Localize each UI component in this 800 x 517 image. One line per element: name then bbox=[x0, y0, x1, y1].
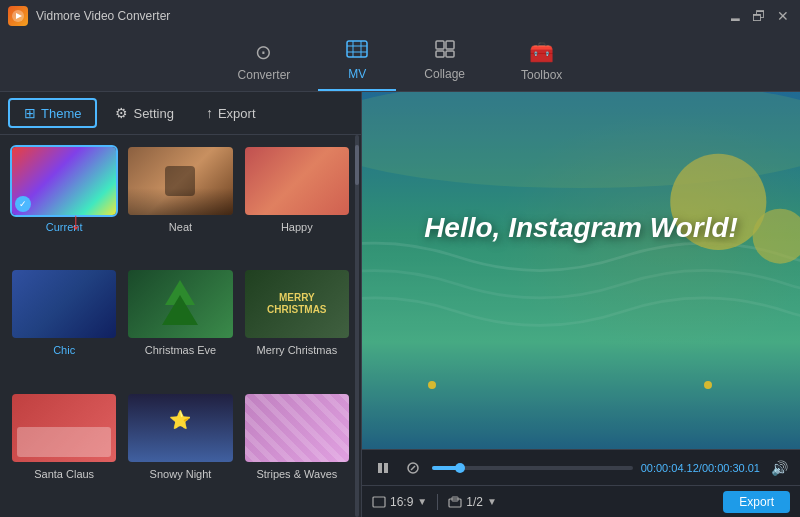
sub-tab-theme-label: Theme bbox=[41, 106, 81, 121]
svg-rect-10 bbox=[446, 51, 454, 57]
mv-icon bbox=[346, 40, 368, 63]
theme-thumb-snowy-night[interactable]: ⭐ bbox=[126, 392, 234, 464]
theme-name-santa-claus: Santa Claus bbox=[34, 468, 94, 480]
scroll-thumb[interactable] bbox=[355, 145, 359, 185]
svg-rect-15 bbox=[378, 463, 382, 473]
sub-tab-setting[interactable]: ⚙ Setting bbox=[101, 100, 187, 126]
sub-tabs: ⊞ Theme ⚙ Setting ↑ Export bbox=[0, 92, 361, 135]
player-bottom-bar: 16:9 ▼ 1/2 ▼ Export bbox=[362, 485, 800, 517]
theme-thumb-neat[interactable] bbox=[126, 145, 234, 217]
aspect-ratio-value: 16:9 bbox=[390, 495, 413, 509]
export-arrow-icon: ↑ bbox=[206, 105, 213, 121]
theme-thumb-chic[interactable] bbox=[10, 268, 118, 340]
theme-item-happy[interactable]: Happy bbox=[243, 145, 351, 260]
theme-item-merry-christmas[interactable]: MERRYCHRISTMAS Merry Christmas bbox=[243, 268, 351, 383]
tab-mv[interactable]: MV bbox=[318, 32, 396, 91]
aspect-ratio-selector[interactable]: 16:9 ▼ bbox=[372, 495, 427, 509]
sub-tab-export-label: Export bbox=[218, 106, 256, 121]
svg-rect-9 bbox=[436, 51, 444, 57]
theme-name-chic: Chic bbox=[53, 344, 75, 356]
aspect-ratio-arrow[interactable]: ▼ bbox=[417, 496, 427, 507]
quality-arrow[interactable]: ▼ bbox=[487, 496, 497, 507]
tab-toolbox-label: Toolbox bbox=[521, 68, 562, 82]
svg-rect-7 bbox=[436, 41, 444, 49]
main-area: ⊞ Theme ⚙ Setting ↑ Export ↓ ✓ bbox=[0, 92, 800, 517]
maximize-button[interactable]: 🗗 bbox=[750, 7, 768, 25]
player-controls: 00:00:04.12/00:00:30.01 🔊 bbox=[362, 449, 800, 485]
tab-mv-label: MV bbox=[348, 67, 366, 81]
titlebar: Vidmore Video Converter 🗕 🗗 ✕ bbox=[0, 0, 800, 32]
svg-rect-19 bbox=[373, 497, 385, 507]
sub-tab-setting-label: Setting bbox=[133, 106, 173, 121]
theme-item-current[interactable]: ✓ Current bbox=[10, 145, 118, 260]
tab-converter[interactable]: ⊙ Converter bbox=[210, 32, 319, 91]
theme-item-christmas-eve[interactable]: Christmas Eve bbox=[126, 268, 234, 383]
svg-line-18 bbox=[411, 466, 415, 470]
left-panel: ⊞ Theme ⚙ Setting ↑ Export ↓ ✓ bbox=[0, 92, 362, 517]
export-button[interactable]: Export bbox=[723, 491, 790, 513]
theme-name-stripes-waves: Stripes & Waves bbox=[256, 468, 337, 480]
quality-value: 1/2 bbox=[466, 495, 483, 509]
converter-icon: ⊙ bbox=[255, 40, 272, 64]
scroll-track[interactable] bbox=[355, 135, 359, 517]
top-nav: ⊙ Converter MV Collage 🧰 Toolbox bbox=[0, 32, 800, 92]
progress-bar[interactable] bbox=[432, 466, 633, 470]
theme-name-happy: Happy bbox=[281, 221, 313, 233]
progress-thumb bbox=[455, 463, 465, 473]
theme-name-christmas-eve: Christmas Eve bbox=[145, 344, 217, 356]
volume-button[interactable]: 🔊 bbox=[768, 457, 790, 479]
theme-thumb-christmas-eve[interactable] bbox=[126, 268, 234, 340]
theme-item-snowy-night[interactable]: ⭐ Snowy Night bbox=[126, 392, 234, 507]
time-display: 00:00:04.12/00:00:30.01 bbox=[641, 462, 760, 474]
theme-item-chic[interactable]: Chic bbox=[10, 268, 118, 383]
app-logo bbox=[8, 6, 28, 26]
tab-collage[interactable]: Collage bbox=[396, 32, 493, 91]
theme-grid-icon: ⊞ bbox=[24, 105, 36, 121]
tab-converter-label: Converter bbox=[238, 68, 291, 82]
red-arrow-indicator: ↓ bbox=[70, 207, 82, 235]
svg-rect-2 bbox=[347, 41, 367, 57]
svg-rect-20 bbox=[449, 499, 461, 507]
sub-tab-theme[interactable]: ⊞ Theme bbox=[8, 98, 97, 128]
toolbox-icon: 🧰 bbox=[529, 40, 554, 64]
collage-icon bbox=[435, 40, 455, 63]
right-panel: Hello, Instagram World! bbox=[362, 92, 800, 517]
theme-thumb-santa-claus[interactable] bbox=[10, 392, 118, 464]
svg-rect-16 bbox=[384, 463, 388, 473]
close-button[interactable]: ✕ bbox=[774, 7, 792, 25]
tab-toolbox[interactable]: 🧰 Toolbox bbox=[493, 32, 590, 91]
theme-item-stripes-waves[interactable]: Stripes & Waves bbox=[243, 392, 351, 507]
tab-collage-label: Collage bbox=[424, 67, 465, 81]
window-controls: 🗕 🗗 ✕ bbox=[726, 7, 792, 25]
app-title: Vidmore Video Converter bbox=[36, 9, 726, 23]
theme-name-merry-christmas: Merry Christmas bbox=[256, 344, 337, 356]
theme-item-santa-claus[interactable]: Santa Claus bbox=[10, 392, 118, 507]
theme-selected-check: ✓ bbox=[15, 196, 31, 212]
theme-item-neat[interactable]: Neat bbox=[126, 145, 234, 260]
progress-fill bbox=[432, 466, 460, 470]
theme-thumb-happy[interactable] bbox=[243, 145, 351, 217]
preview-background: Hello, Instagram World! bbox=[362, 92, 800, 449]
quality-selector[interactable]: 1/2 ▼ bbox=[448, 495, 497, 509]
preview-text-overlay: Hello, Instagram World! bbox=[424, 212, 738, 244]
preview-area: Hello, Instagram World! bbox=[362, 92, 800, 449]
pause-button[interactable] bbox=[372, 457, 394, 479]
theme-name-snowy-night: Snowy Night bbox=[150, 468, 212, 480]
theme-thumb-merry-christmas[interactable]: MERRYCHRISTMAS bbox=[243, 268, 351, 340]
stop-button[interactable] bbox=[402, 457, 424, 479]
theme-grid: ✓ Current Neat Happy bbox=[0, 135, 361, 517]
theme-thumb-stripes-waves[interactable] bbox=[243, 392, 351, 464]
sub-tab-export[interactable]: ↑ Export bbox=[192, 100, 270, 126]
theme-thumb-current[interactable]: ✓ bbox=[10, 145, 118, 217]
setting-gear-icon: ⚙ bbox=[115, 105, 128, 121]
theme-name-neat: Neat bbox=[169, 221, 192, 233]
svg-rect-8 bbox=[446, 41, 454, 49]
minimize-button[interactable]: 🗕 bbox=[726, 7, 744, 25]
